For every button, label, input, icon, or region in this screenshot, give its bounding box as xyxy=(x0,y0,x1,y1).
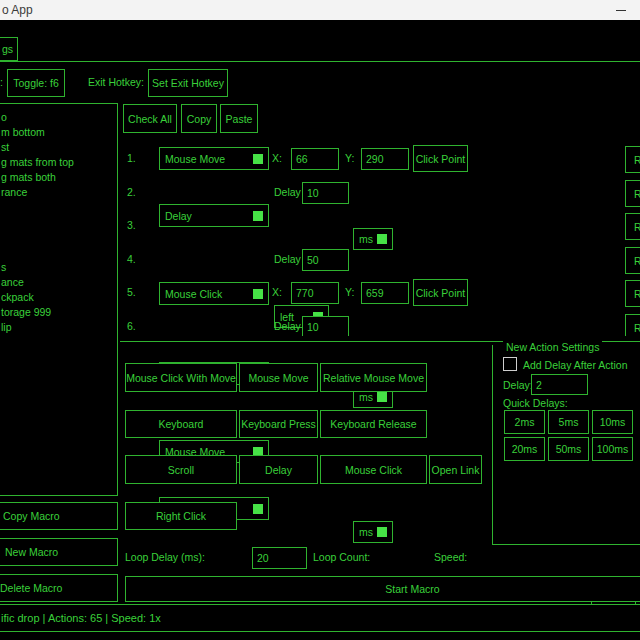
dropdown-arrow-icon[interactable] xyxy=(253,154,263,164)
action-type-dropdown[interactable]: Delay xyxy=(159,204,269,227)
y-label: Y: xyxy=(345,286,354,298)
macro-list-item[interactable]: m bottom xyxy=(0,125,117,140)
delay-unit-dropdown[interactable]: ms xyxy=(353,521,393,543)
speed-label: Speed: xyxy=(434,551,467,563)
dropdown-arrow-icon[interactable] xyxy=(253,504,263,514)
start-macro-button[interactable]: Start Macro xyxy=(125,576,640,602)
add-keyboard-release-button[interactable]: Keyboard Release xyxy=(320,410,427,438)
y-coordinate-input[interactable] xyxy=(361,148,409,170)
macro-list-item[interactable] xyxy=(0,200,117,215)
remove-action-button[interactable]: R xyxy=(625,146,640,173)
start-macro-label: Start Macro xyxy=(385,583,439,595)
add-mouse-click-with-move-button[interactable]: Mouse Click With Move xyxy=(125,363,237,392)
add-scroll-button[interactable]: Scroll xyxy=(125,455,237,484)
x-coordinate-input[interactable] xyxy=(291,282,339,304)
x-label: X: xyxy=(272,152,282,164)
macro-list[interactable]: o m bottom st g mats from top g mats bot… xyxy=(0,103,118,496)
y-coordinate-input[interactable] xyxy=(361,282,409,304)
macro-list-item[interactable]: lip xyxy=(0,320,117,335)
window-title: o App xyxy=(2,3,33,17)
quick-delay-100ms-button[interactable]: 100ms xyxy=(592,437,633,461)
quick-delay-2ms-button[interactable]: 2ms xyxy=(504,410,545,434)
paste-actions-button[interactable]: Paste xyxy=(220,104,258,133)
minimize-button[interactable] xyxy=(606,0,636,20)
loop-delay-label: Loop Delay (ms): xyxy=(125,551,205,563)
remove-action-label: R xyxy=(634,322,640,334)
macro-list-item[interactable]: torage 999 xyxy=(0,305,117,320)
delay-value-input[interactable] xyxy=(302,182,349,204)
click-point-button[interactable]: Click Point xyxy=(413,279,468,306)
set-exit-hotkey-button[interactable]: Set Exit Hotkey xyxy=(148,69,228,97)
quick-delay-5ms-button[interactable]: 5ms xyxy=(548,410,589,434)
palette-label: Keyboard xyxy=(159,418,204,430)
delete-macro-button[interactable]: Delete Macro xyxy=(0,574,118,602)
quick-delay-50ms-button[interactable]: 50ms xyxy=(548,437,589,461)
toggle-hotkey-button[interactable]: Toggle: f6 xyxy=(7,69,65,97)
delay-unit-dropdown[interactable]: ms xyxy=(353,228,393,250)
delay-value-input[interactable] xyxy=(302,249,349,271)
add-keyboard-button[interactable]: Keyboard xyxy=(125,410,237,438)
action-row-number: 5. xyxy=(127,286,136,298)
macro-list-item[interactable]: ance xyxy=(0,275,117,290)
macro-list-item[interactable]: st xyxy=(0,140,117,155)
add-mouse-move-button[interactable]: Mouse Move xyxy=(239,363,318,392)
x-coordinate-input[interactable] xyxy=(291,148,339,170)
macro-list-item[interactable]: g mats both xyxy=(0,170,117,185)
set-exit-hotkey-label: Set Exit Hotkey xyxy=(152,77,224,89)
quick-delay-10ms-button[interactable]: 10ms xyxy=(592,410,633,434)
palette-label: Mouse Click xyxy=(345,464,402,476)
macro-list-item[interactable]: o xyxy=(0,110,117,125)
remove-action-button[interactable]: R xyxy=(625,213,640,240)
remove-action-button[interactable]: R xyxy=(625,180,640,207)
dropdown-arrow-icon[interactable] xyxy=(253,211,263,221)
add-mouse-click-button[interactable]: Mouse Click xyxy=(320,455,427,484)
add-delay-button[interactable]: Delay xyxy=(239,455,318,484)
click-point-button[interactable]: Click Point xyxy=(413,145,468,172)
action-type-dropdown[interactable]: Mouse Move xyxy=(159,147,269,170)
quick-delay-label: 20ms xyxy=(512,443,538,455)
macro-list-item[interactable] xyxy=(0,215,117,230)
new-macro-button[interactable]: New Macro xyxy=(0,538,118,566)
add-relative-mouse-move-button[interactable]: Relative Mouse Move xyxy=(320,363,427,392)
remove-action-button[interactable]: R xyxy=(625,247,640,274)
tabstrip-divider xyxy=(0,61,640,62)
copy-macro-button[interactable]: Copy Macro xyxy=(0,502,118,530)
dropdown-arrow-icon[interactable] xyxy=(377,392,387,402)
macro-list-item[interactable]: s xyxy=(0,260,117,275)
palette-label: Open Link xyxy=(432,464,480,476)
macro-list-item[interactable]: rance xyxy=(0,185,117,200)
delay-label: Delay xyxy=(274,186,301,198)
check-all-button[interactable]: Check All xyxy=(123,104,177,133)
delay-value-input[interactable] xyxy=(302,316,349,338)
loop-delay-input[interactable] xyxy=(252,547,307,569)
macro-list-item[interactable] xyxy=(0,230,117,245)
action-type-dropdown[interactable]: Mouse Click xyxy=(159,282,269,305)
remove-action-button[interactable]: R xyxy=(625,280,640,307)
quick-delay-label: 5ms xyxy=(559,416,579,428)
add-delay-checkbox-label: Add Delay After Action xyxy=(523,359,627,371)
add-keyboard-press-button[interactable]: Keyboard Press xyxy=(239,410,318,438)
dropdown-arrow-icon[interactable] xyxy=(377,527,387,537)
delay-unit-value: ms xyxy=(359,233,373,245)
click-point-label: Click Point xyxy=(416,153,466,165)
add-delay-checkbox[interactable] xyxy=(503,357,517,371)
tab-settings[interactable]: gs xyxy=(0,37,18,61)
quick-delay-label: 50ms xyxy=(556,443,582,455)
palette-label: Scroll xyxy=(168,464,194,476)
quick-delay-20ms-button[interactable]: 20ms xyxy=(504,437,545,461)
macro-list-item[interactable]: g mats from top xyxy=(0,155,117,170)
action-type-value: Delay xyxy=(165,210,192,222)
macro-list-item[interactable]: ckpack xyxy=(0,290,117,305)
x-label: X: xyxy=(272,286,282,298)
dropdown-arrow-icon[interactable] xyxy=(253,289,263,299)
add-right-click-button[interactable]: Right Click xyxy=(125,502,237,530)
copy-macro-label: Copy Macro xyxy=(3,510,60,522)
dropdown-arrow-icon[interactable] xyxy=(377,234,387,244)
exit-hotkey-label: Exit Hotkey: xyxy=(88,76,144,88)
macro-list-item[interactable] xyxy=(0,245,117,260)
new-action-delay-input[interactable] xyxy=(531,374,588,395)
check-all-label: Check All xyxy=(128,113,172,125)
delay-label: Delay xyxy=(274,253,301,265)
copy-actions-button[interactable]: Copy xyxy=(181,104,217,133)
add-open-link-button[interactable]: Open Link xyxy=(429,455,482,484)
